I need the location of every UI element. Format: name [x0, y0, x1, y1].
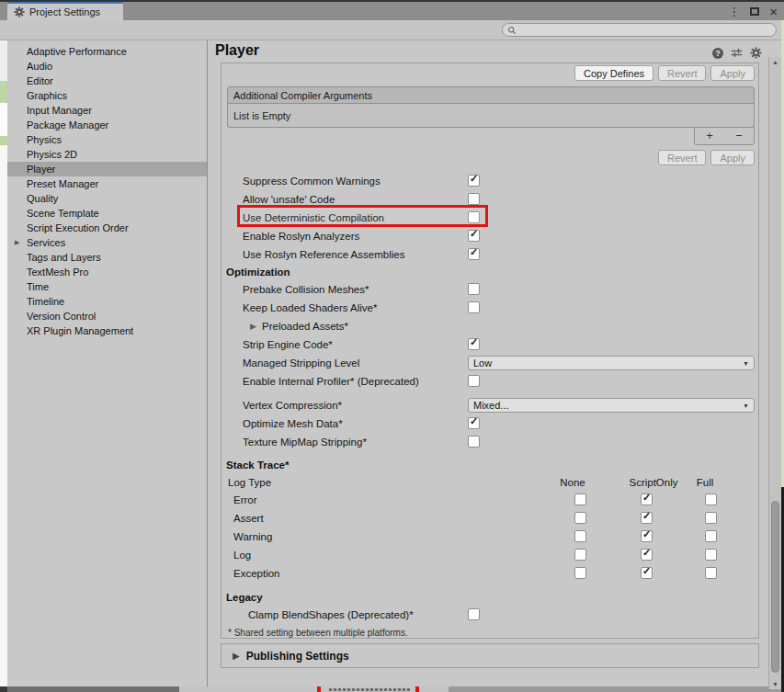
check-icon: ✓	[470, 173, 478, 185]
setting-label: Clamp BlendShapes (Deprecated)*	[248, 609, 414, 620]
apply-button[interactable]: Apply	[710, 150, 755, 165]
sidebar-item-script-execution-order[interactable]: Script Execution Order	[7, 221, 207, 235]
checkbox-warning-none[interactable]	[574, 530, 586, 542]
foldout-triangle-icon[interactable]: ▶	[15, 239, 19, 246]
tab-title: Project Settings	[29, 6, 100, 17]
checkbox-use-roslyn-reference-assemblies[interactable]: ✓	[468, 248, 480, 260]
setting-label: Enable Internal Profiler* (Deprecated)	[243, 376, 419, 387]
sidebar-item-graphics[interactable]: Graphics	[7, 88, 207, 103]
column-header-scriptonly: ScriptOnly	[629, 477, 677, 488]
foldout-triangle-icon: ▶	[233, 651, 240, 661]
foldout-triangle-icon[interactable]: ▶	[250, 322, 256, 331]
sidebar-item-physics[interactable]: Physics	[7, 132, 207, 147]
search-box[interactable]	[502, 23, 777, 37]
stack-trace-row-assert: Assert✓	[222, 509, 758, 528]
maximize-icon[interactable]	[750, 7, 759, 16]
vertical-scrollbar[interactable]: ▲ ▼	[768, 57, 781, 689]
compiler-arguments-list-header[interactable]: Additional Compiler Arguments	[227, 86, 755, 104]
sidebar-item-textmesh-pro[interactable]: TextMesh Pro	[7, 265, 207, 279]
section-header-optimization: Optimization	[222, 264, 758, 280]
sidebar-item-label: Adaptive Performance	[27, 46, 127, 57]
sidebar-item-input-manager[interactable]: Input Manager	[7, 103, 207, 118]
sidebar-item-label: XR Plugin Management	[27, 325, 133, 336]
sidebar-item-scene-template[interactable]: Scene Template	[7, 206, 207, 221]
checkbox-allow-unsafe-code[interactable]	[468, 193, 480, 205]
revert-button[interactable]: Revert	[658, 65, 706, 81]
setting-row-use-roslyn-reference-assemblies: Use Roslyn Reference Assemblies✓	[222, 245, 758, 264]
sidebar-item-physics-2d[interactable]: Physics 2D	[7, 147, 207, 162]
checkbox-optimize-mesh-data[interactable]: ✓	[468, 417, 480, 429]
checkbox-use-deterministic-compilation[interactable]	[468, 211, 480, 223]
add-item-button[interactable]: +	[695, 128, 724, 144]
checkbox-suppress-common-warnings[interactable]: ✓	[468, 175, 480, 187]
sidebar-item-player[interactable]: Player	[7, 162, 207, 176]
checkbox-strip-engine-code[interactable]: ✓	[468, 338, 480, 350]
checkbox-warning-full[interactable]	[705, 530, 717, 542]
sidebar-item-tags-and-layers[interactable]: Tags and Layers	[7, 250, 207, 265]
sidebar-item-package-manager[interactable]: Package Manager	[7, 118, 207, 132]
setting-label: Keep Loaded Shaders Alive*	[243, 302, 377, 313]
remove-item-button[interactable]: −	[724, 128, 754, 144]
close-icon[interactable]: ×	[769, 5, 778, 18]
setting-row-clamp-blendshapes-deprecated: Clamp BlendShapes (Deprecated)*	[222, 606, 758, 624]
checkbox-enable-roslyn-analyzers[interactable]: ✓	[468, 230, 480, 242]
log-type-label: Error	[233, 494, 257, 505]
checkbox-assert-none[interactable]	[574, 512, 586, 524]
copy-defines-button[interactable]: Copy Defines	[574, 65, 653, 81]
checkbox-warning-scriptonly[interactable]: ✓	[641, 530, 653, 542]
checkbox-texture-mipmap-stripping[interactable]	[468, 436, 480, 448]
checkbox-assert-full[interactable]	[705, 512, 717, 524]
sidebar-item-services[interactable]: ▶Services	[7, 235, 207, 250]
checkbox-assert-scriptonly[interactable]: ✓	[641, 512, 653, 524]
sidebar-item-xr-plugin-management[interactable]: XR Plugin Management	[7, 323, 207, 338]
sidebar-item-adaptive-performance[interactable]: Adaptive Performance	[7, 44, 207, 59]
sidebar-item-audio[interactable]: Audio	[7, 59, 207, 74]
checkbox-enable-internal-profiler-deprecated[interactable]	[468, 375, 480, 387]
dropdown-managed-stripping-level[interactable]: Low▼	[468, 356, 755, 370]
sidebar-item-editor[interactable]: Editor	[7, 74, 207, 88]
checkbox-log-scriptonly[interactable]: ✓	[641, 549, 653, 561]
settings-category-sidebar: Adaptive PerformanceAudioEditorGraphicsI…	[7, 40, 208, 686]
log-type-label: Log	[233, 550, 251, 561]
sidebar-item-quality[interactable]: Quality	[7, 191, 207, 206]
presets-icon[interactable]	[731, 47, 743, 59]
setting-label: Use Deterministic Compilation	[243, 212, 384, 223]
dropdown-value: Mixed...	[473, 400, 509, 411]
checkbox-log-full[interactable]	[705, 549, 717, 561]
scrollbar-thumb[interactable]	[771, 501, 779, 673]
sidebar-item-preset-manager[interactable]: Preset Manager	[7, 176, 207, 191]
scroll-down-icon[interactable]: ▼	[769, 681, 781, 687]
kebab-menu-icon[interactable]: ⋮	[728, 6, 740, 17]
sidebar-item-time[interactable]: Time	[7, 279, 207, 294]
section-header-legacy: Legacy	[222, 589, 758, 606]
checkbox-keep-loaded-shaders-alive[interactable]	[468, 301, 480, 313]
setting-label: Vertex Compression*	[243, 400, 342, 411]
compiler-arguments-empty-list: List is Empty	[227, 104, 755, 128]
column-header-none: None	[560, 477, 585, 488]
setting-label: Use Roslyn Reference Assemblies	[243, 249, 404, 260]
sidebar-item-version-control[interactable]: Version Control	[7, 309, 207, 323]
checkbox-clamp-blendshapes-deprecated[interactable]	[468, 608, 480, 620]
checkbox-error-full[interactable]	[705, 493, 717, 505]
setting-label: Strip Engine Code*	[243, 339, 333, 350]
checkbox-error-none[interactable]	[574, 493, 586, 505]
chevron-down-icon: ▼	[743, 403, 749, 409]
setting-label: Suppress Common Warnings	[243, 176, 381, 187]
checkbox-exception-full[interactable]	[705, 567, 717, 579]
apply-button[interactable]: Apply	[710, 65, 755, 81]
checkbox-exception-none[interactable]	[574, 567, 586, 579]
checkbox-error-scriptonly[interactable]: ✓	[641, 493, 653, 505]
help-icon[interactable]: ?	[712, 48, 723, 59]
checkbox-prebake-collision-meshes[interactable]	[468, 283, 480, 295]
checkbox-exception-scriptonly[interactable]: ✓	[641, 567, 653, 579]
gear-icon[interactable]	[750, 47, 762, 59]
checkbox-log-none[interactable]	[574, 549, 586, 561]
dropdown-vertex-compression[interactable]: Mixed...▼	[468, 398, 755, 413]
tab-project-settings[interactable]: Project Settings	[7, 2, 123, 20]
revert-button[interactable]: Revert	[658, 150, 706, 165]
search-input[interactable]	[519, 25, 758, 35]
publishing-settings-foldout[interactable]: ▶ Publishing Settings	[221, 643, 759, 668]
scroll-up-icon[interactable]: ▲	[769, 59, 781, 65]
setting-row-optimize-mesh-data: Optimize Mesh Data*✓	[222, 414, 758, 433]
sidebar-item-timeline[interactable]: Timeline	[7, 294, 207, 309]
